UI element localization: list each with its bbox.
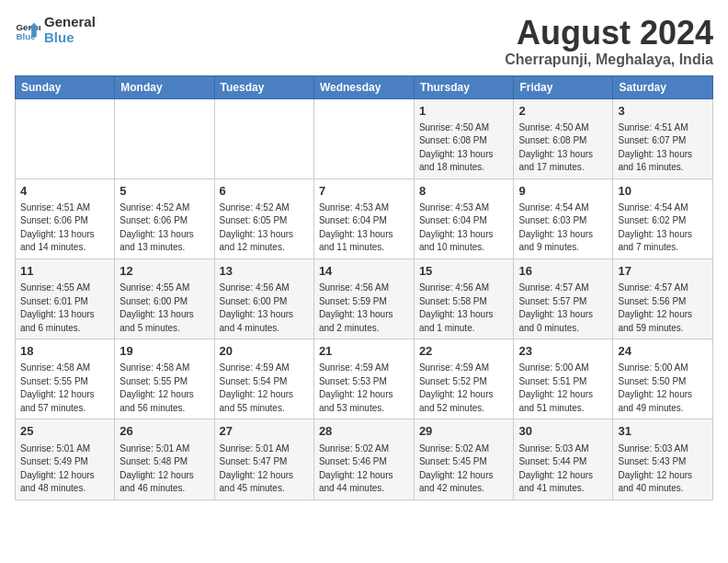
calendar-cell: 21Sunrise: 4:59 AMSunset: 5:53 PMDayligh… (313, 339, 414, 419)
logo-line1: General (44, 15, 96, 30)
day-info: Sunrise: 5:00 AMSunset: 5:50 PMDaylight:… (618, 362, 708, 415)
calendar-cell: 31Sunrise: 5:03 AMSunset: 5:43 PMDayligh… (613, 419, 713, 500)
calendar-cell (115, 98, 214, 178)
day-info: Sunrise: 5:00 AMSunset: 5:51 PMDaylight:… (518, 362, 608, 415)
weekday-header: Thursday (414, 75, 514, 98)
day-info: Sunrise: 4:54 AMSunset: 6:02 PMDaylight:… (618, 201, 708, 255)
calendar-cell: 5Sunrise: 4:52 AMSunset: 6:06 PMDaylight… (115, 178, 214, 259)
day-number: 23 (518, 343, 608, 360)
day-number: 29 (419, 423, 509, 440)
day-info: Sunrise: 4:53 AMSunset: 6:04 PMDaylight:… (319, 201, 409, 255)
day-number: 5 (119, 183, 209, 200)
calendar-cell: 25Sunrise: 5:01 AMSunset: 5:49 PMDayligh… (16, 419, 115, 500)
calendar-cell: 20Sunrise: 4:59 AMSunset: 5:54 PMDayligh… (214, 339, 313, 419)
day-info: Sunrise: 4:59 AMSunset: 5:52 PMDaylight:… (419, 362, 509, 415)
calendar-cell: 15Sunrise: 4:56 AMSunset: 5:58 PMDayligh… (414, 259, 514, 339)
day-info: Sunrise: 4:58 AMSunset: 5:55 PMDaylight:… (119, 362, 209, 415)
logo-icon: General Blue (15, 17, 40, 43)
calendar-cell: 12Sunrise: 4:55 AMSunset: 6:00 PMDayligh… (115, 259, 214, 339)
calendar-cell: 19Sunrise: 4:58 AMSunset: 5:55 PMDayligh… (115, 339, 214, 419)
logo-line2: Blue (44, 30, 96, 46)
weekday-header: Tuesday (214, 75, 313, 98)
day-number: 10 (618, 183, 708, 200)
calendar-cell: 2Sunrise: 4:50 AMSunset: 6:08 PMDaylight… (514, 98, 613, 178)
calendar-cell: 4Sunrise: 4:51 AMSunset: 6:06 PMDaylight… (16, 178, 115, 259)
day-info: Sunrise: 4:59 AMSunset: 5:54 PMDaylight:… (220, 362, 309, 415)
day-info: Sunrise: 4:53 AMSunset: 6:04 PMDaylight:… (419, 201, 509, 255)
day-number: 9 (518, 183, 608, 200)
calendar-cell: 23Sunrise: 5:00 AMSunset: 5:51 PMDayligh… (514, 339, 613, 419)
day-number: 8 (419, 183, 509, 200)
calendar-cell: 18Sunrise: 4:58 AMSunset: 5:55 PMDayligh… (16, 339, 115, 419)
day-number: 19 (119, 343, 209, 360)
calendar-cell: 6Sunrise: 4:52 AMSunset: 6:05 PMDaylight… (214, 178, 313, 259)
calendar-cell: 14Sunrise: 4:56 AMSunset: 5:59 PMDayligh… (313, 259, 414, 339)
calendar-cell: 28Sunrise: 5:02 AMSunset: 5:46 PMDayligh… (313, 419, 414, 500)
day-number: 6 (220, 183, 309, 200)
day-info: Sunrise: 4:51 AMSunset: 6:07 PMDaylight:… (618, 121, 708, 175)
calendar-cell: 13Sunrise: 4:56 AMSunset: 6:00 PMDayligh… (214, 259, 313, 339)
calendar-table: SundayMondayTuesdayWednesdayThursdayFrid… (15, 75, 713, 500)
calendar-cell: 29Sunrise: 5:02 AMSunset: 5:45 PMDayligh… (414, 419, 514, 500)
title-block: August 2024 Cherrapunji, Meghalaya, Indi… (505, 15, 713, 68)
day-number: 1 (419, 103, 509, 120)
calendar-cell (16, 98, 115, 178)
page-header: General Blue General Blue August 2024 Ch… (15, 15, 713, 68)
day-info: Sunrise: 4:58 AMSunset: 5:55 PMDaylight:… (20, 362, 109, 415)
day-number: 20 (220, 343, 309, 360)
calendar-cell (313, 98, 414, 178)
calendar-cell: 10Sunrise: 4:54 AMSunset: 6:02 PMDayligh… (613, 178, 713, 259)
calendar-cell: 26Sunrise: 5:01 AMSunset: 5:48 PMDayligh… (115, 419, 214, 500)
calendar-cell: 24Sunrise: 5:00 AMSunset: 5:50 PMDayligh… (613, 339, 713, 419)
day-info: Sunrise: 4:50 AMSunset: 6:08 PMDaylight:… (419, 121, 509, 175)
day-number: 15 (419, 263, 509, 280)
day-number: 26 (119, 423, 209, 440)
calendar-cell: 11Sunrise: 4:55 AMSunset: 6:01 PMDayligh… (16, 259, 115, 339)
day-number: 22 (419, 343, 509, 360)
weekday-header: Wednesday (313, 75, 414, 98)
calendar-cell: 8Sunrise: 4:53 AMSunset: 6:04 PMDaylight… (414, 178, 514, 259)
day-info: Sunrise: 4:52 AMSunset: 6:06 PMDaylight:… (119, 201, 209, 255)
day-info: Sunrise: 4:55 AMSunset: 6:01 PMDaylight:… (20, 282, 109, 335)
day-info: Sunrise: 5:03 AMSunset: 5:44 PMDaylight:… (518, 442, 608, 496)
day-info: Sunrise: 5:03 AMSunset: 5:43 PMDaylight:… (618, 442, 708, 496)
day-number: 18 (20, 343, 109, 360)
calendar-cell (214, 98, 313, 178)
day-number: 27 (220, 423, 309, 440)
day-info: Sunrise: 4:56 AMSunset: 5:58 PMDaylight:… (419, 282, 509, 335)
logo: General Blue General Blue (15, 15, 96, 45)
day-number: 21 (319, 343, 409, 360)
day-info: Sunrise: 4:50 AMSunset: 6:08 PMDaylight:… (518, 121, 608, 175)
calendar-cell: 17Sunrise: 4:57 AMSunset: 5:56 PMDayligh… (613, 259, 713, 339)
day-number: 30 (518, 423, 608, 440)
day-info: Sunrise: 5:01 AMSunset: 5:49 PMDaylight:… (20, 442, 109, 496)
calendar-cell: 16Sunrise: 4:57 AMSunset: 5:57 PMDayligh… (514, 259, 613, 339)
weekday-header: Sunday (16, 75, 115, 98)
day-number: 7 (319, 183, 409, 200)
day-info: Sunrise: 5:02 AMSunset: 5:45 PMDaylight:… (419, 442, 509, 496)
calendar-cell: 27Sunrise: 5:01 AMSunset: 5:47 PMDayligh… (214, 419, 313, 500)
day-number: 28 (319, 423, 409, 440)
calendar-cell: 1Sunrise: 4:50 AMSunset: 6:08 PMDaylight… (414, 98, 514, 178)
day-number: 13 (220, 263, 309, 280)
calendar-subtitle: Cherrapunji, Meghalaya, India (505, 52, 713, 68)
calendar-cell: 30Sunrise: 5:03 AMSunset: 5:44 PMDayligh… (514, 419, 613, 500)
day-info: Sunrise: 4:57 AMSunset: 5:57 PMDaylight:… (518, 282, 608, 335)
day-info: Sunrise: 5:01 AMSunset: 5:47 PMDaylight:… (220, 442, 309, 496)
day-info: Sunrise: 5:02 AMSunset: 5:46 PMDaylight:… (319, 442, 409, 496)
day-info: Sunrise: 4:57 AMSunset: 5:56 PMDaylight:… (618, 282, 708, 335)
calendar-cell: 9Sunrise: 4:54 AMSunset: 6:03 PMDaylight… (514, 178, 613, 259)
weekday-header: Saturday (613, 75, 713, 98)
day-number: 12 (119, 263, 209, 280)
day-number: 16 (518, 263, 608, 280)
day-number: 3 (618, 103, 708, 120)
day-info: Sunrise: 4:56 AMSunset: 6:00 PMDaylight:… (220, 282, 309, 335)
day-number: 4 (20, 183, 109, 200)
day-number: 24 (618, 343, 708, 360)
day-number: 31 (618, 423, 708, 440)
weekday-header: Friday (514, 75, 613, 98)
day-number: 17 (618, 263, 708, 280)
day-info: Sunrise: 4:54 AMSunset: 6:03 PMDaylight:… (518, 201, 608, 255)
calendar-cell: 7Sunrise: 4:53 AMSunset: 6:04 PMDaylight… (313, 178, 414, 259)
day-info: Sunrise: 4:59 AMSunset: 5:53 PMDaylight:… (319, 362, 409, 415)
